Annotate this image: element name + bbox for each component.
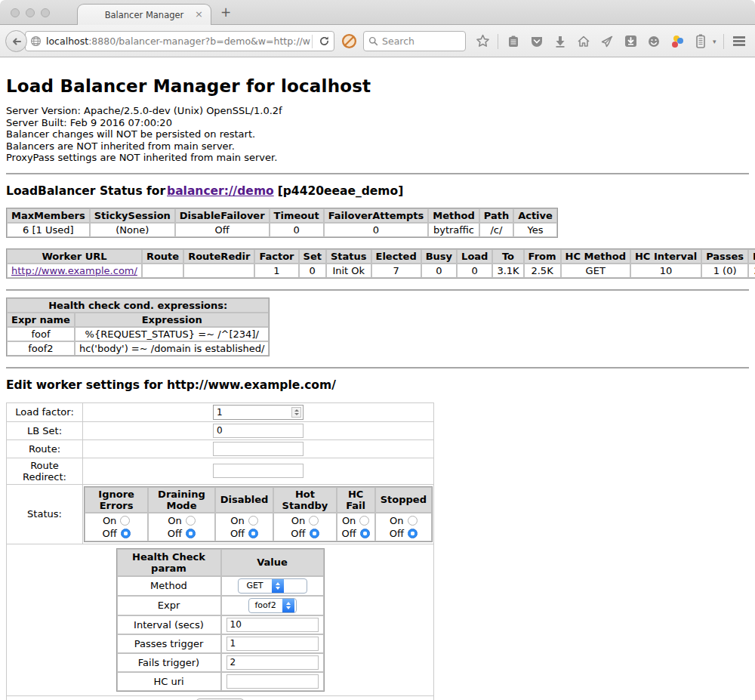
status-label: Status: [7, 484, 83, 544]
cell: bytraffic [428, 223, 479, 237]
hc-row-passes: Passes trigger [117, 634, 324, 653]
on-label: On [168, 514, 181, 527]
hc-value-header: Value [221, 549, 324, 576]
edit-worker-heading: Edit worker settings for http://www.exam… [6, 378, 749, 392]
status-cell-hot-standby: On Off [273, 513, 336, 541]
reload-icon [319, 35, 330, 47]
cell: 2 (0) [748, 264, 755, 278]
url-bar[interactable]: localhost:8880/balancer-manager?b=demo&w… [25, 31, 334, 51]
expr-select[interactable]: foof2 [248, 598, 297, 613]
interval-input[interactable] [226, 618, 319, 632]
column-header: Load [457, 249, 492, 264]
hc-row-hc-uri: HC uri [117, 672, 324, 691]
radio-off-hc-fail[interactable] [360, 529, 370, 538]
table-row: foof2 hc('body') =~ /domain is establish… [7, 341, 269, 356]
hc-row-interval: Interval (secs) [117, 615, 324, 634]
worker-url-link[interactable]: http://www.example.com/ [11, 265, 137, 276]
column-header: Path [479, 208, 513, 223]
content-blocker-button[interactable] [340, 32, 358, 50]
status-cell-disabled: On Off [215, 513, 274, 541]
radio-off-stopped[interactable] [408, 529, 418, 538]
toolbar-divider [723, 34, 724, 49]
send-page-icon[interactable] [599, 33, 615, 50]
route-label: Route: [7, 439, 83, 458]
expr-name: foof [7, 327, 75, 341]
extension-palette-icon[interactable] [669, 33, 686, 50]
form-row-load-factor: Load factor: [7, 402, 434, 421]
route-redirect-label: Route Redirect: [7, 458, 83, 484]
bookmark-star-icon[interactable] [474, 33, 491, 50]
window-zoom-button[interactable] [41, 8, 50, 17]
lb-set-input[interactable] [213, 424, 304, 438]
off-label: Off [291, 527, 305, 540]
health-check-table: Health Check param Value Method GET [116, 548, 325, 692]
table-row: http://www.example.com/ 1 0 Init Ok 7 0 … [7, 264, 755, 278]
menu-hamburger-icon[interactable] [731, 33, 747, 50]
new-tab-button[interactable]: + [220, 5, 231, 20]
reload-button[interactable] [314, 35, 334, 47]
column-header: Factor [254, 249, 298, 264]
status-column-header: HC Fail [337, 487, 375, 513]
divider [6, 173, 749, 174]
search-input[interactable] [382, 35, 458, 47]
on-label: On [390, 514, 403, 527]
search-icon [368, 36, 378, 46]
status-cell-draining-mode: On Off [148, 513, 214, 541]
cell: (None) [90, 223, 175, 237]
download-panel-icon[interactable] [622, 33, 639, 50]
hc-expressions-title: Health check cond. expressions: [7, 298, 269, 313]
method-select[interactable]: GET [238, 578, 307, 594]
hc-uri-input[interactable] [226, 674, 319, 689]
off-label: Off [168, 527, 182, 540]
home-icon[interactable] [575, 33, 592, 50]
radio-on-hc-fail[interactable] [359, 516, 369, 526]
radio-on-draining-mode[interactable] [186, 516, 196, 526]
column-header: Timeout [270, 208, 324, 223]
radio-off-ignore-errors[interactable] [121, 529, 131, 538]
tab-close-icon[interactable]: × [195, 8, 203, 20]
warning-line: ProxyPass settings are NOT inherited fro… [6, 152, 749, 164]
chevron-down-icon[interactable]: ▾ [713, 38, 716, 45]
table-row: 6 [1 Used] (None) Off 0 0 bytraffic /c/ … [7, 223, 557, 237]
load-factor-input[interactable] [213, 405, 304, 420]
route-redirect-input[interactable] [213, 464, 304, 478]
load-factor-stepper[interactable] [213, 405, 304, 420]
server-version-line: Server Version: Apache/2.5.0-dev (Unix) … [6, 105, 749, 117]
status-cell-hc-fail: On Off [337, 513, 375, 541]
balancer-demo-link[interactable]: balancer://demo [167, 184, 274, 198]
page-content: Load Balancer Manager for localhost Serv… [0, 58, 755, 700]
radio-on-hot-standby[interactable] [309, 516, 319, 526]
feedback-smiley-icon[interactable] [646, 33, 662, 50]
radio-off-disabled[interactable] [248, 529, 258, 538]
pocket-icon[interactable] [528, 33, 545, 50]
status-cell-stopped: On Off [375, 513, 432, 541]
window-close-button[interactable] [11, 8, 20, 17]
toolbar-divider [498, 34, 498, 49]
back-button[interactable] [5, 30, 27, 52]
radio-on-ignore-errors[interactable] [120, 516, 130, 526]
downloads-icon[interactable] [552, 33, 569, 50]
radio-off-draining-mode[interactable] [186, 529, 196, 538]
table-row: foof %{REQUEST_STATUS} =~ /^[234]/ [7, 327, 269, 341]
column-header: Method [428, 208, 479, 223]
search-bar[interactable] [363, 31, 466, 51]
battery-extension-icon[interactable] [692, 33, 709, 50]
radio-off-hot-standby[interactable] [310, 529, 319, 538]
column-header: Status [326, 249, 371, 264]
tab-balancer-manager[interactable]: Balancer Manager × [77, 4, 211, 25]
passes-input[interactable] [226, 637, 319, 651]
interval-label: Interval (secs) [117, 615, 221, 634]
worker-status-table: Worker URL Route RouteRedir Factor Set S… [6, 248, 755, 279]
fails-input[interactable] [226, 655, 319, 670]
column-header: FailoverAttempts [324, 208, 429, 223]
number-spinner-icon[interactable] [291, 407, 301, 418]
window-minimize-button[interactable] [26, 8, 35, 17]
radio-on-disabled[interactable] [248, 516, 258, 526]
cell: 7 [371, 264, 421, 278]
bookmarks-menu-icon[interactable] [505, 33, 522, 50]
url-text[interactable]: localhost:8880/balancer-manager?b=demo&w… [46, 35, 310, 47]
cell: 1 [254, 264, 298, 278]
column-header: Busy [421, 249, 457, 264]
radio-on-stopped[interactable] [408, 516, 418, 526]
route-input[interactable] [213, 442, 304, 456]
